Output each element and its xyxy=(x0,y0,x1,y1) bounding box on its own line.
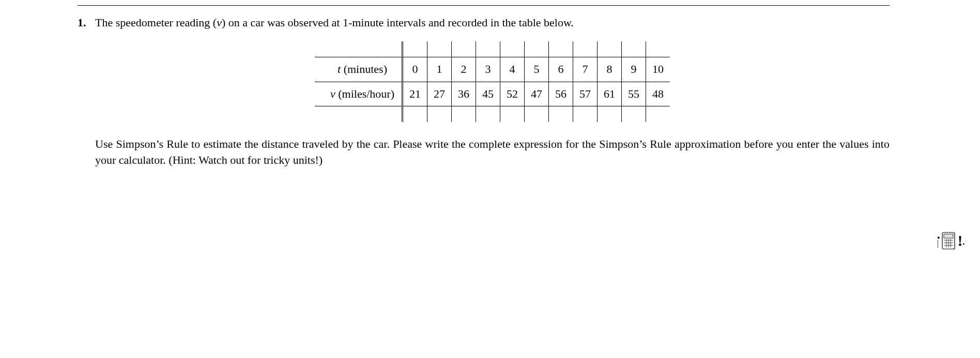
row-label-v-var: v xyxy=(330,87,335,100)
problem-intro-var: v xyxy=(217,16,222,29)
problem-instruction: Use Simpson’s Rule to estimate the dista… xyxy=(95,136,890,168)
t-val-10: 10 xyxy=(646,57,670,82)
t-val-8: 8 xyxy=(598,57,622,82)
calculator-svg-icon xyxy=(942,232,955,250)
v-val-8: 61 xyxy=(598,82,622,106)
calc-bang-right: !• xyxy=(957,233,964,248)
data-table: t (minutes) 0 1 2 3 4 5 6 7 8 9 10 xyxy=(315,41,670,122)
v-val-5: 47 xyxy=(525,82,549,106)
t-val-4: 4 xyxy=(500,57,525,82)
t-val-9: 9 xyxy=(622,57,646,82)
t-val-3: 3 xyxy=(476,57,500,82)
table-row-v: v (miles/hour) 21 27 36 45 52 47 56 57 6… xyxy=(315,82,670,106)
calculator-icon: •| !• xyxy=(937,232,964,250)
t-val-7: 7 xyxy=(573,57,598,82)
t-val-1: 1 xyxy=(427,57,452,82)
t-val-2: 2 xyxy=(452,57,476,82)
table-tick-bot xyxy=(315,106,670,122)
v-val-0: 21 xyxy=(403,82,427,106)
top-rule xyxy=(78,5,890,6)
table-row-t: t (minutes) 0 1 2 3 4 5 6 7 8 9 10 xyxy=(315,57,670,82)
svg-rect-1 xyxy=(944,234,953,238)
v-val-1: 27 xyxy=(427,82,452,106)
v-val-6: 56 xyxy=(549,82,573,106)
problem-body: The speedometer reading (v) on a car was… xyxy=(95,15,890,168)
data-table-wrap: t (minutes) 0 1 2 3 4 5 6 7 8 9 10 xyxy=(95,41,890,122)
problem-intro-before: The speedometer reading ( xyxy=(95,16,217,29)
table-tick-top xyxy=(315,41,670,57)
row-label-v: v (miles/hour) xyxy=(315,82,403,106)
v-val-7: 57 xyxy=(573,82,598,106)
problem-number: 1. xyxy=(78,15,92,31)
problem-intro-after: ) on a car was observed at 1-minute inte… xyxy=(222,16,574,29)
v-val-3: 45 xyxy=(476,82,500,106)
row-label-t: t (minutes) xyxy=(315,57,403,82)
row-label-t-unit: (minutes) xyxy=(341,63,387,75)
calc-dot-left: •| xyxy=(937,236,940,246)
t-val-0: 0 xyxy=(403,57,427,82)
v-val-9: 55 xyxy=(622,82,646,106)
v-val-4: 52 xyxy=(500,82,525,106)
v-val-2: 36 xyxy=(452,82,476,106)
t-val-5: 5 xyxy=(525,57,549,82)
v-val-10: 48 xyxy=(646,82,670,106)
problem-1: 1. The speedometer reading (v) on a car … xyxy=(78,15,890,168)
row-label-v-unit: (miles/hour) xyxy=(335,87,394,100)
t-val-6: 6 xyxy=(549,57,573,82)
